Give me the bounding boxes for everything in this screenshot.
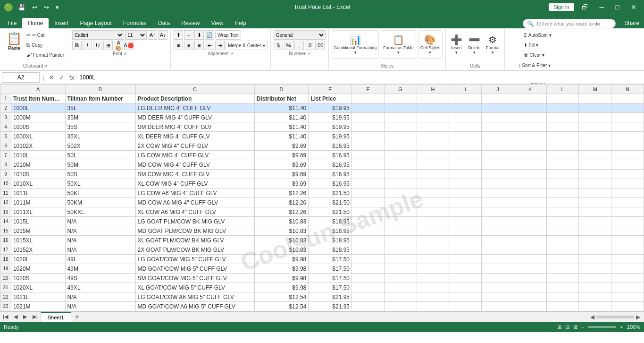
- grid-cell[interactable]: 50S: [65, 170, 135, 179]
- grid-cell[interactable]: 1020XL: [11, 283, 65, 292]
- grid-cell[interactable]: $18.95: [309, 226, 352, 236]
- grid-cell[interactable]: $21.50: [309, 207, 352, 217]
- grid-cell[interactable]: XL GOAT PLM/COW BK MIG GLV: [135, 236, 254, 245]
- font-color-btn[interactable]: A🔴: [124, 41, 134, 50]
- grid-cell[interactable]: SM COW MIG 4" CUFF GLV: [135, 170, 254, 179]
- grid-cell[interactable]: $17.50: [309, 255, 352, 264]
- align-bottom-btn[interactable]: ⬇: [194, 30, 204, 40]
- zoom-out-btn[interactable]: −: [581, 324, 584, 330]
- decrease-decimal-btn[interactable]: .0: [305, 41, 314, 50]
- grid-cell[interactable]: LG DEER MIG 4" CUFF GLV: [135, 103, 254, 113]
- normal-view-btn[interactable]: ⊞: [557, 324, 561, 330]
- col-header-j[interactable]: J: [482, 85, 514, 94]
- grid-cell[interactable]: [611, 217, 644, 226]
- grid-cell[interactable]: [611, 151, 644, 160]
- tell-me-search[interactable]: 🔍: [523, 19, 616, 28]
- grid-cell[interactable]: [384, 103, 417, 113]
- grid-cell[interactable]: [482, 245, 514, 255]
- grid-cell[interactable]: [514, 113, 546, 122]
- grid-cell[interactable]: [449, 151, 482, 160]
- grid-cell[interactable]: 50L: [65, 151, 135, 160]
- grid-cell[interactable]: [384, 207, 417, 217]
- grid-cell[interactable]: [579, 283, 611, 292]
- format-painter-button[interactable]: 🖌 Format Painter: [25, 50, 66, 60]
- grid-cell[interactable]: MD COW MIG 4" CUFF GLV: [135, 160, 254, 170]
- grid-cell[interactable]: [579, 160, 611, 170]
- grid-cell[interactable]: 35M: [65, 113, 135, 122]
- grid-cell[interactable]: 1020L: [11, 255, 65, 264]
- grid-cell[interactable]: 1010S: [11, 170, 65, 179]
- tell-me-input[interactable]: [536, 21, 611, 26]
- header-cell[interactable]: [482, 94, 514, 103]
- grid-cell[interactable]: $21.95: [309, 292, 352, 302]
- grid-cell[interactable]: [482, 179, 514, 189]
- grid-cell[interactable]: 50XL: [65, 179, 135, 189]
- grid-cell[interactable]: 1015L: [11, 217, 65, 226]
- grid-cell[interactable]: 50KM: [65, 198, 135, 207]
- grid-cell[interactable]: $12.54: [254, 292, 309, 302]
- grid-cell[interactable]: $21.95: [309, 302, 352, 311]
- grid-cell[interactable]: [449, 160, 482, 170]
- grid-cell[interactable]: [546, 292, 579, 302]
- grid-cell[interactable]: [384, 151, 417, 160]
- grid-cell[interactable]: $10.83: [254, 236, 309, 245]
- grid-cell[interactable]: 1011M: [11, 198, 65, 207]
- grid-cell[interactable]: $11.40: [254, 122, 309, 132]
- grid-cell[interactable]: N/A: [65, 292, 135, 302]
- grid-cell[interactable]: [546, 189, 579, 198]
- grid-cell[interactable]: [514, 255, 546, 264]
- grid-cell[interactable]: [482, 207, 514, 217]
- grid-cell[interactable]: $12.54: [254, 302, 309, 311]
- grid-cell[interactable]: [482, 264, 514, 274]
- grid-cell[interactable]: [482, 103, 514, 113]
- grid-cell[interactable]: [417, 217, 449, 226]
- grid-cell[interactable]: $9.98: [254, 283, 309, 292]
- sign-in-button[interactable]: Sign in: [549, 3, 574, 11]
- grid-cell[interactable]: [482, 292, 514, 302]
- border-button[interactable]: ⊞: [103, 41, 113, 50]
- grid-cell[interactable]: [449, 113, 482, 122]
- header-cell[interactable]: Product Description: [135, 94, 254, 103]
- grid-cell[interactable]: [417, 122, 449, 132]
- tab-home[interactable]: Home: [22, 18, 49, 28]
- decrease-indent-btn[interactable]: ⇤: [205, 41, 214, 50]
- grid-cell[interactable]: [351, 207, 384, 217]
- col-header-g[interactable]: G: [384, 85, 417, 94]
- grid-cell[interactable]: $9.98: [254, 274, 309, 283]
- grid-cell[interactable]: MD GOAT/COW MIG 5" CUFF GLV: [135, 264, 254, 274]
- grid-cell[interactable]: [611, 141, 644, 151]
- delete-btn[interactable]: ➖ Delete▾: [466, 30, 482, 59]
- grid-cell[interactable]: [546, 132, 579, 141]
- grid-cell[interactable]: [482, 189, 514, 198]
- grid-cell[interactable]: $17.50: [309, 274, 352, 283]
- grid-cell[interactable]: 2X GOAT PLM/COW BK MIG GLV: [135, 245, 254, 255]
- col-header-c[interactable]: C: [135, 85, 254, 94]
- grid-cell[interactable]: [546, 170, 579, 179]
- quick-access-dropdown[interactable]: ▾: [54, 3, 61, 12]
- col-header-f[interactable]: F: [351, 85, 384, 94]
- grid-cell[interactable]: [579, 292, 611, 302]
- grid-cell[interactable]: [384, 245, 417, 255]
- grid-cell[interactable]: SM DEER MIG 4" CUFF GLV: [135, 122, 254, 132]
- grid-cell[interactable]: [546, 217, 579, 226]
- formula-input[interactable]: [78, 72, 642, 83]
- grid-cell[interactable]: [579, 198, 611, 207]
- grid-cell[interactable]: 1015XL: [11, 236, 65, 245]
- grid-cell[interactable]: [579, 113, 611, 122]
- format-table-btn[interactable]: 📋 Format as Table▾: [381, 30, 416, 59]
- grid-cell[interactable]: [546, 236, 579, 245]
- grid-cell[interactable]: [611, 283, 644, 292]
- grid-cell[interactable]: [351, 132, 384, 141]
- minimize-btn[interactable]: ─: [596, 2, 608, 12]
- grid-cell[interactable]: [514, 292, 546, 302]
- grid-cell[interactable]: [417, 264, 449, 274]
- grid-cell[interactable]: [449, 122, 482, 132]
- grid-cell[interactable]: $12.26: [254, 189, 309, 198]
- grid-cell[interactable]: [546, 198, 579, 207]
- grid-cell[interactable]: [579, 141, 611, 151]
- grid-cell[interactable]: [417, 170, 449, 179]
- grid-cell[interactable]: [384, 255, 417, 264]
- grid-cell[interactable]: [546, 274, 579, 283]
- grid-cell[interactable]: [611, 226, 644, 236]
- grid-cell[interactable]: [449, 292, 482, 302]
